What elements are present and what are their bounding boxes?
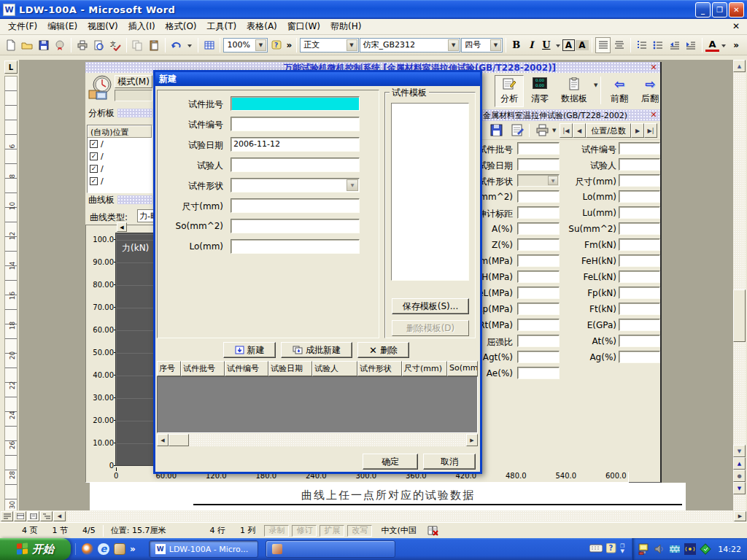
normal-view-icon[interactable]: [1, 511, 13, 521]
help-badge-icon[interactable]: ?: [606, 543, 616, 556]
align-justify-icon[interactable]: [595, 37, 611, 53]
print-icon[interactable]: [535, 123, 551, 139]
language-bar-options[interactable]: ❐▼: [620, 544, 624, 554]
bullet-list-icon[interactable]: [650, 37, 666, 53]
page-back-button[interactable]: ⇦ 前翻: [605, 75, 634, 107]
table-column-header[interactable]: 试件编号: [225, 361, 268, 376]
menu-item[interactable]: 格式(O): [160, 19, 202, 34]
web-layout-icon[interactable]: [14, 511, 26, 521]
spelling-icon[interactable]: 文: [107, 37, 123, 53]
print-layout-icon[interactable]: [27, 511, 39, 521]
field-input-left[interactable]: ▼: [517, 158, 560, 171]
field-input-left[interactable]: ▼: [517, 174, 560, 187]
field-input-left[interactable]: ▼: [517, 271, 560, 283]
app-close-icon[interactable]: ✕: [649, 63, 659, 72]
print-icon[interactable]: [74, 37, 90, 53]
scroll-up-icon[interactable]: ▲: [733, 60, 746, 72]
table-column-header[interactable]: 尺寸(mm): [402, 361, 447, 376]
clear-zero-button[interactable]: 0.000.00 清零: [525, 75, 554, 107]
table-column-header[interactable]: 试件批号: [181, 361, 225, 376]
field-input-left[interactable]: ▼: [517, 287, 560, 299]
field-input-right[interactable]: [619, 238, 660, 251]
scroll-right-icon[interactable]: ▶: [466, 434, 478, 446]
field-input-left[interactable]: ▼: [517, 142, 560, 155]
status-toggle[interactable]: 录制: [264, 525, 289, 537]
ok-button[interactable]: 确定: [363, 454, 418, 470]
field-input-right[interactable]: [619, 335, 660, 347]
field-input-left[interactable]: ▼: [517, 222, 560, 235]
page-forward-button[interactable]: ⇨ 后翻: [636, 75, 664, 107]
save-icon[interactable]: [489, 123, 504, 139]
save-icon[interactable]: [36, 37, 52, 53]
open-icon[interactable]: [20, 37, 36, 53]
batch-new-button[interactable]: 成批新建: [281, 342, 352, 358]
list-item[interactable]: ✓ /: [88, 150, 152, 163]
internet-explorer-icon[interactable]: e: [98, 543, 109, 555]
decrease-indent-icon[interactable]: [667, 37, 683, 53]
chevron-down-icon[interactable]: ▼: [347, 179, 358, 191]
print-preview-icon[interactable]: [91, 37, 107, 53]
quick-launch-overflow-icon[interactable]: »: [130, 544, 136, 554]
menu-item[interactable]: 工具(T): [202, 19, 242, 34]
field-input-right[interactable]: [619, 303, 660, 315]
dialog-field-input[interactable]: ▼: [231, 219, 360, 233]
scroll-left-icon[interactable]: ◀: [53, 511, 66, 521]
restore-button[interactable]: ❐: [712, 2, 727, 18]
character-border-button[interactable]: A: [562, 39, 576, 51]
monitor-tray-icon[interactable]: [638, 543, 650, 555]
list-item[interactable]: ✓ /: [88, 163, 152, 175]
nav-previous-icon[interactable]: ◀: [573, 123, 586, 138]
menu-item[interactable]: 插入(I): [123, 19, 160, 34]
data-board-button[interactable]: 数据板: [556, 75, 592, 107]
italic-button[interactable]: I: [525, 39, 539, 50]
scroll-left-icon[interactable]: ◀: [157, 434, 169, 446]
table-column-header[interactable]: 试验日期: [268, 361, 312, 376]
checkbox-checked-icon[interactable]: ✓: [90, 165, 98, 173]
dialog-field-input[interactable]: ▼: [231, 239, 360, 254]
field-input-left[interactable]: ▼: [517, 238, 560, 251]
template-list[interactable]: [391, 103, 469, 281]
paste-icon[interactable]: [146, 37, 162, 53]
menu-item[interactable]: 文件(F): [3, 19, 42, 34]
volume-tray-icon[interactable]: [654, 543, 665, 555]
field-input-right[interactable]: [619, 158, 660, 171]
vertical-scrollbar[interactable]: ▲ ▼ ▲ ● ▼: [733, 60, 746, 510]
checkbox-checked-icon[interactable]: ✓: [90, 152, 98, 160]
dialog-field-input[interactable]: ▼: [231, 158, 360, 172]
mode-button[interactable]: 模式(M): [115, 75, 152, 88]
align-center-icon[interactable]: [611, 37, 627, 53]
undo-dropdown-icon[interactable]: [185, 37, 195, 53]
menu-item[interactable]: 编辑(E): [42, 19, 82, 34]
scroll-down-icon[interactable]: ▼: [733, 445, 746, 457]
minimize-button[interactable]: _: [695, 2, 711, 18]
field-input-left[interactable]: ▼: [517, 351, 560, 363]
checkbox-checked-icon[interactable]: ✓: [90, 140, 98, 148]
list-item[interactable]: ✓ /: [88, 138, 152, 150]
close-button[interactable]: ✕: [729, 2, 744, 18]
notes-icon[interactable]: [510, 123, 525, 139]
field-input-left[interactable]: ▼: [517, 206, 560, 219]
previous-page-icon[interactable]: ▲: [733, 457, 746, 470]
nav-next-icon[interactable]: ▶: [631, 123, 644, 138]
table-body[interactable]: [157, 376, 478, 433]
field-input-left[interactable]: ▼: [517, 335, 560, 347]
numbered-list-icon[interactable]: [634, 37, 650, 53]
field-input-right[interactable]: [619, 142, 660, 155]
save-template-button[interactable]: 保存模板(S)...: [392, 298, 469, 314]
dialog-horizontal-scrollbar[interactable]: ◀ ▶: [157, 434, 478, 446]
clock[interactable]: 14:22: [715, 545, 741, 554]
field-input-right[interactable]: [619, 190, 660, 203]
start-button[interactable]: 开始: [0, 538, 71, 560]
select-browse-object-icon[interactable]: ●: [733, 470, 746, 482]
chart-scroll-left-icon[interactable]: ◀: [117, 222, 127, 232]
chevron-down-icon[interactable]: ▼: [548, 176, 558, 185]
network-signal-tray-icon[interactable]: [684, 543, 696, 555]
green-diamond-tray-icon[interactable]: [700, 543, 711, 555]
scrollbar-thumb[interactable]: [169, 434, 189, 446]
table-column-header[interactable]: 试验人: [312, 361, 357, 376]
field-input-right[interactable]: [619, 351, 660, 363]
help-icon[interactable]: ?: [268, 37, 285, 53]
auto-position-list[interactable]: (自动)位置 ✓ / ✓ / ✓ / ✓ /: [87, 125, 152, 193]
insert-table-icon[interactable]: [201, 37, 217, 53]
chevron-down-icon[interactable]: ▼: [490, 39, 501, 51]
